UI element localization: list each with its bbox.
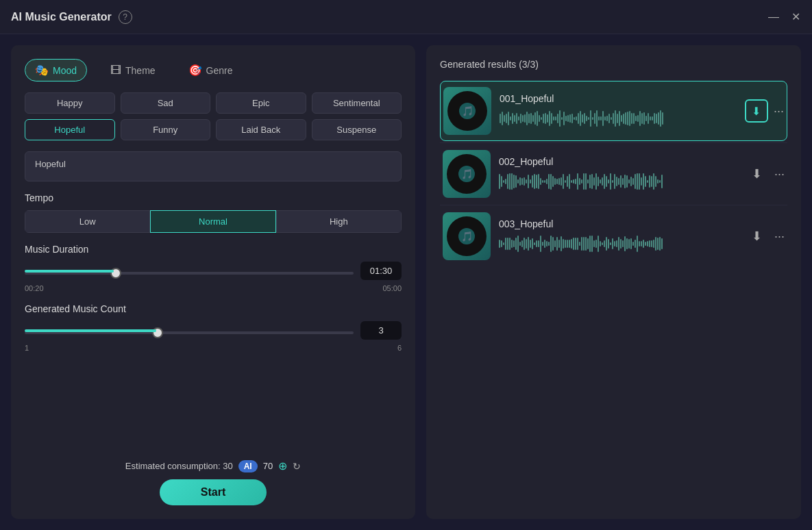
result-actions-1: ⬇ ··· [745,99,784,123]
mood-button-funny[interactable]: Funny [121,119,211,140]
mood-button-laid-back[interactable]: Laid Back [216,119,306,140]
more-button-3[interactable]: ··· [774,229,785,244]
wave-bar [593,240,595,248]
wave-bar [591,236,593,252]
wave-bar [598,116,600,121]
wave-bar [627,112,628,126]
wave-bar [632,178,634,185]
tab-mood-label: Mood [53,65,77,76]
wave-bar [536,175,537,189]
wave-bar [539,115,540,121]
tempo-button-high[interactable]: High [276,210,402,233]
music-count-range-labels: 1 6 [25,344,402,352]
start-button[interactable]: Start [160,479,267,505]
wave-bar [608,179,609,184]
tempo-button-normal[interactable]: Normal [150,210,275,233]
wave-bar [626,238,628,249]
wave-bar [573,238,574,250]
wave-bar [647,241,648,247]
mood-button-sad[interactable]: Sad [121,92,211,114]
wave-bar [618,178,619,185]
wave-bar [585,237,587,251]
app-title: AI Music Generator [11,11,112,23]
wave-bar [622,178,624,185]
wave-bar [567,240,568,247]
wave-bar [647,180,648,183]
wave-bar [532,175,533,187]
wave-bar [643,112,645,125]
wave-bar [521,240,523,248]
tab-genre[interactable]: 🎯 Genre [179,60,243,81]
close-button[interactable]: ✕ [790,12,801,23]
wave-bar [604,116,606,121]
music-duration-slider[interactable] [25,272,354,275]
wave-bar [655,176,656,188]
download-button-3[interactable]: ⬇ [746,225,769,248]
minimize-button[interactable]: — [768,12,779,23]
wave-bar [606,237,607,251]
mood-button-suspense[interactable]: Suspense [312,119,402,140]
tab-mood[interactable]: 🎭 Mood [25,59,87,81]
add-credits-button[interactable]: ⊕ [278,459,287,472]
music-duration-slider-wrapper [25,265,354,277]
music-count-max: 6 [397,344,402,352]
wave-bar [624,236,626,252]
mood-button-epic[interactable]: Epic [216,92,306,114]
music-duration-label: Music Duration [25,244,402,255]
result-item-2[interactable]: 🎵 002_Hopeful ⬇ ··· [440,144,787,203]
download-button-1[interactable]: ⬇ [745,99,768,123]
wave-bar [662,112,663,125]
mood-grid: HappySadEpicSentimentalHopefulFunnyLaid … [25,92,402,140]
wave-bar [528,114,530,123]
wave-bar [579,178,580,185]
mood-button-sentimental[interactable]: Sentimental [312,92,402,114]
tempo-button-low[interactable]: Low [25,210,150,233]
refresh-button[interactable]: ↻ [293,461,301,472]
wave-bar [639,241,640,247]
wave-bar [628,179,630,184]
wave-bar [565,180,566,183]
waveform-3 [499,234,737,254]
wave-bar [649,240,650,247]
wave-bar [519,242,521,245]
wave-bar [538,174,539,189]
genre-tab-icon: 🎯 [188,64,202,77]
result-divider-0 [440,142,787,143]
help-icon[interactable]: ? [119,10,132,24]
wave-bar [614,241,615,246]
wave-bar [595,173,597,190]
wave-bar [516,113,517,124]
music-duration-row: 01:30 [25,262,402,280]
wave-bar [567,176,568,187]
wave-bar [526,112,528,125]
vinyl-outer: 🎵 [447,216,487,256]
wave-bar [596,110,598,127]
download-button-2[interactable]: ⬇ [746,162,769,186]
wave-bar [614,174,615,190]
more-button-1[interactable]: ··· [774,104,784,118]
wave-bar [592,117,593,120]
wave-bar [641,177,642,186]
wave-bar [521,178,523,184]
music-count-slider[interactable] [25,331,354,334]
wave-bar [511,240,513,249]
result-actions-2: ⬇ ··· [746,162,785,186]
wave-bar [606,116,608,121]
result-item-1[interactable]: 🎵 001_Hopeful ⬇ ··· [440,81,787,141]
result-item-3[interactable]: 🎵 003_Hopeful ⬇ ··· [440,207,787,266]
mood-button-happy[interactable]: Happy [25,92,115,114]
mood-button-hopeful[interactable]: Hopeful [25,119,115,140]
wave-bar [648,113,649,123]
wave-bar [556,179,558,184]
wave-bar [554,240,556,247]
more-button-2[interactable]: ··· [774,167,785,181]
result-name-1: 001_Hopeful [500,93,737,104]
tempo-buttons: LowNormalHigh [25,210,402,233]
music-duration-section: Music Duration 01:30 00:20 05:00 [25,244,402,292]
wave-bar [512,113,513,125]
tab-theme[interactable]: 🎞 Theme [101,60,165,81]
wave-bar [582,114,583,123]
wave-bar [612,238,613,249]
wave-bar [552,176,554,186]
wave-bar [524,177,525,186]
